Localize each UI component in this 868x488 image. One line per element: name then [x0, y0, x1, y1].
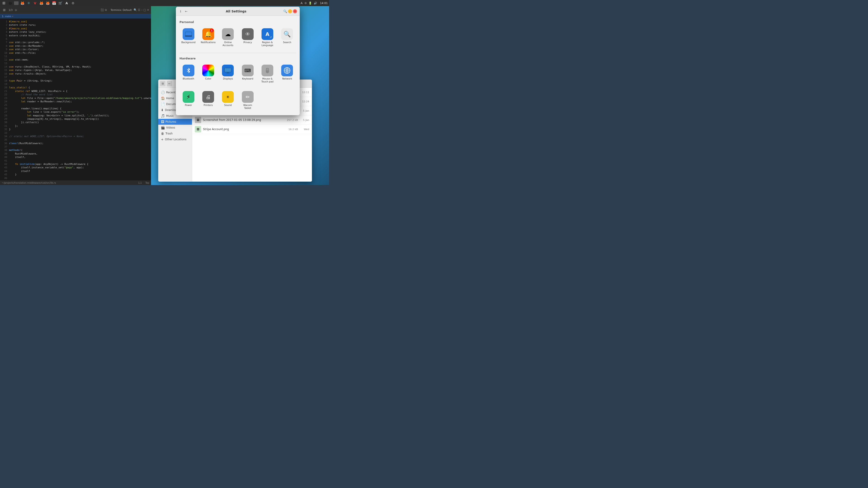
- firefox2-taskbar-icon[interactable]: 🦊: [39, 1, 44, 6]
- file-name-screenshot2: Screenshot from 2017-01-05 13:08:29.png: [203, 119, 282, 122]
- settings-item-color[interactable]: Color: [199, 63, 217, 85]
- documents-icon: 📄: [161, 102, 165, 106]
- terminal-window: ⊞ 1/3 + ⬛ ⧉ Terminix: Default 🔍 ☰ – □ ✕ …: [0, 6, 151, 185]
- svg-rect-1: [186, 32, 191, 35]
- terminal-tabs: 1/3 +: [8, 8, 99, 12]
- region-language-subicon: ↗: [269, 35, 272, 39]
- terminal-header: ⊞ 1/3 + ⬛ ⧉ Terminix: Default 🔍 ☰ – □ ✕: [0, 6, 151, 14]
- settings-item-search[interactable]: 🔍 Search: [278, 26, 296, 48]
- online-accounts-icon: ☁: [225, 31, 231, 37]
- settings-item-mouse-touchpad[interactable]: Mouse & Touch pad: [258, 63, 276, 85]
- file-date-screenshot2: 5 Jan: [298, 119, 309, 122]
- terminal-code-content[interactable]: 1#[macro_use] 2extern crate ruru; 3#[mac…: [0, 19, 151, 181]
- terminal-menu-btn[interactable]: ☰: [138, 8, 141, 11]
- settings-taskbar-icon[interactable]: ⚙: [70, 1, 75, 6]
- filemanager-grid-btn[interactable]: ⊞: [160, 81, 165, 86]
- keyboard-label: Keyboard: [242, 77, 253, 80]
- settings-close-button[interactable]: ✕: [293, 9, 297, 13]
- terminal-icon-btn[interactable]: ⬛: [101, 8, 104, 11]
- other-locations-label: Other Locations: [165, 138, 186, 141]
- terminal-close-btn[interactable]: ✕: [147, 8, 149, 11]
- atom-taskbar-icon[interactable]: ⚛: [26, 1, 31, 6]
- sidebar-item-trash[interactable]: 🗑 Trash: [158, 131, 192, 136]
- power-icon: ⚡: [186, 94, 191, 100]
- settings-content: Personal Background 🔔 1 Notifications: [176, 16, 300, 115]
- keyboard-icon: ⌨: [244, 68, 251, 73]
- notifications-icon-wrap: 🔔 1: [202, 28, 214, 40]
- settings-item-network[interactable]: Network: [278, 63, 296, 85]
- terminal-search-btn[interactable]: 🔍: [133, 8, 137, 11]
- settings-indicator: ⚙: [305, 2, 307, 5]
- settings-item-notifications[interactable]: 🔔 1 Notifications: [199, 26, 217, 48]
- firefox3-taskbar-icon[interactable]: 🦊: [45, 1, 50, 6]
- files-taskbar-icon[interactable]: 🗂: [8, 1, 13, 6]
- nvim-mode-label: 1: nvim: [2, 15, 11, 18]
- settings-item-online-accounts[interactable]: ☁ Online Accounts: [219, 26, 237, 48]
- terminal-minimize-btn[interactable]: –: [141, 8, 143, 11]
- settings-back-button[interactable]: ←: [184, 9, 189, 13]
- code-line-9: 9use std::io::Cursor;: [2, 48, 149, 51]
- settings-item-power[interactable]: ⚡ Power: [180, 89, 197, 111]
- code-line-14: 14use ruru::{AnyObject, Class, RString, …: [2, 65, 149, 68]
- terminal-split-btn[interactable]: ⧉: [105, 8, 107, 11]
- terminal-add-tab[interactable]: +: [14, 8, 18, 12]
- sidebar-item-pictures[interactable]: 🖼 Pictures: [158, 119, 192, 125]
- file-row-screenshot2[interactable]: 🖼 Screenshot from 2017-01-05 13:08:29.pn…: [192, 116, 312, 125]
- bluetooth-label: Bluetooth: [183, 77, 194, 80]
- settings-minimize-button[interactable]: –: [288, 9, 292, 13]
- settings-item-printers[interactable]: 🖨 Printers: [199, 89, 217, 111]
- grid-menu-icon[interactable]: ⊞: [1, 1, 6, 6]
- file-row-stripe[interactable]: 🖼 Stripe Account.png 16.2 kB Wed: [192, 125, 312, 134]
- notifications-badge: 1: [210, 29, 214, 32]
- settings-search-button[interactable]: 🔍: [283, 9, 287, 13]
- settings-item-sound[interactable]: Sound: [219, 89, 237, 111]
- search-label: Search: [283, 41, 291, 44]
- code-line-33: 33: [2, 131, 149, 135]
- code-line-25: 25: [2, 103, 149, 107]
- vivaldi-taskbar-icon[interactable]: V: [33, 1, 37, 6]
- music-icon: 🎵: [161, 114, 165, 118]
- settings-item-background[interactable]: Background: [180, 26, 197, 48]
- terminal-maximize-btn[interactable]: □: [144, 8, 146, 11]
- taskbar-apps: ⊞ 🗂 🦊 ⚛ V 🦊 🦊 📅 🛒 A ⚙: [1, 1, 75, 6]
- settings-item-keyboard[interactable]: ⌨ Keyboard: [239, 63, 256, 85]
- font-taskbar-icon[interactable]: A: [64, 1, 69, 6]
- settings-item-displays[interactable]: Displays: [219, 63, 237, 85]
- filemanager-back-btn[interactable]: ←: [167, 81, 172, 86]
- settings-item-privacy[interactable]: 👁 Privacy: [239, 26, 256, 48]
- file-path: ~/projects/translation-middleware/rust/s…: [2, 182, 56, 184]
- settings-header-left: ℹ ←: [179, 9, 189, 13]
- code-line-40: 40 itself,: [2, 156, 149, 159]
- code-line-16: 16use ruru::traits::Object;: [2, 72, 149, 75]
- file-icon-stripe: 🖼: [195, 126, 201, 132]
- settings-item-bluetooth[interactable]: Bluetooth: [180, 63, 197, 85]
- code-line-36: 36class!(RustMiddleware);: [2, 142, 149, 145]
- terminal-grid-icon[interactable]: ⊞: [2, 7, 7, 12]
- store-taskbar-icon[interactable]: 🛒: [58, 1, 63, 6]
- code-line-29: 29 (mapping[0].to_string(), mapping[1].t…: [2, 117, 149, 121]
- recent-icon: 🕐: [161, 91, 165, 94]
- personal-hardware-divider: [180, 53, 296, 53]
- code-line-39: 39 RustMiddleware,: [2, 152, 149, 156]
- settings-item-region-language[interactable]: A ↗ Region & Language: [258, 26, 276, 48]
- code-line-20: 20lazy_static! {: [2, 86, 149, 89]
- sidebar-item-videos[interactable]: 🎬 Videos: [158, 125, 192, 131]
- online-accounts-label: Online Accounts: [220, 41, 236, 46]
- svg-point-16: [227, 96, 228, 98]
- settings-item-wacom[interactable]: ✏ Wacom Tablet: [239, 89, 256, 111]
- code-line-28: 28 let mapping: Vec<&str> = line.splitn(…: [2, 114, 149, 117]
- calendar-taskbar-icon[interactable]: 📅: [52, 1, 57, 6]
- region-language-label: Region & Language: [259, 41, 275, 46]
- code-line-27: 27 let line = line.expect("io error");: [2, 110, 149, 113]
- firefox-taskbar-icon[interactable]: 🦊: [20, 1, 25, 6]
- terminal-status-bar: ~/projects/translation-middleware/rust/s…: [0, 181, 151, 185]
- sidebar-item-other-locations[interactable]: + Other Locations: [158, 136, 192, 142]
- terminal-window-controls: 🔍 ☰ – □ ✕: [133, 8, 149, 11]
- scroll-pos: Top: [145, 182, 149, 184]
- code-line-23: 23 let file = File::open("/home/umoore/p…: [2, 96, 149, 100]
- terminal-taskbar-icon[interactable]: [14, 1, 19, 5]
- mouse-touchpad-icon-wrap: [261, 65, 273, 76]
- clock: 14:01: [320, 2, 328, 5]
- cursor-pos: 1,1: [138, 182, 142, 184]
- settings-info-btn[interactable]: ℹ: [179, 9, 183, 13]
